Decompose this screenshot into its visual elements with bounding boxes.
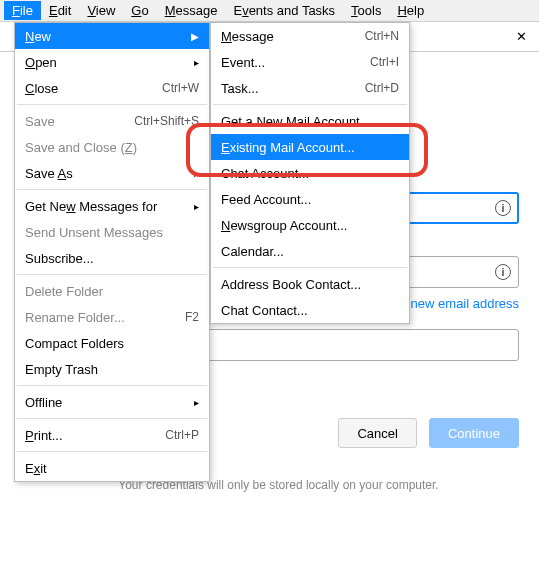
submenu-chat-contact[interactable]: Chat Contact... (211, 297, 409, 323)
chevron-right-icon: ▶ (191, 31, 199, 42)
new-submenu: Message Ctrl+N Event... Ctrl+I Task... C… (210, 22, 410, 324)
file-menu-save: Save Ctrl+Shift+S (15, 108, 209, 134)
submenu-get-new-mail-account[interactable]: Get a New Mail Account... (211, 108, 409, 134)
submenu-message[interactable]: Message Ctrl+N (211, 23, 409, 49)
submenu-calendar[interactable]: Calendar... (211, 238, 409, 264)
file-menu-send-unsent: Send Unsent Messages (15, 219, 209, 245)
submenu-event[interactable]: Event... Ctrl+I (211, 49, 409, 75)
file-menu-save-as[interactable]: Save As ▸ (15, 160, 209, 186)
menubar-file[interactable]: File (4, 1, 41, 20)
file-menu-offline[interactable]: Offline ▸ (15, 389, 209, 415)
chevron-right-icon: ▸ (194, 201, 199, 212)
submenu-existing-mail-account[interactable]: Existing Mail Account... (211, 134, 409, 160)
menubar-help[interactable]: Help (389, 1, 432, 20)
menubar: File Edit View Go Message Events and Tas… (0, 0, 539, 22)
close-icon: ✕ (516, 29, 527, 44)
tab-close-button[interactable]: ✕ (509, 26, 533, 48)
file-menu-new[interactable]: New ▶ (15, 23, 209, 49)
file-menu-rename-folder: Rename Folder... F2 (15, 304, 209, 330)
submenu-newsgroup-account[interactable]: Newsgroup Account... (211, 212, 409, 238)
file-menu-empty-trash[interactable]: Empty Trash (15, 356, 209, 382)
chevron-right-icon: ▸ (194, 168, 199, 179)
menubar-view[interactable]: View (79, 1, 123, 20)
info-icon[interactable]: i (495, 200, 511, 216)
submenu-chat-account[interactable]: Chat Account... (211, 160, 409, 186)
menubar-message[interactable]: Message (157, 1, 226, 20)
file-menu-exit[interactable]: Exit (15, 455, 209, 481)
cancel-button[interactable]: Cancel (338, 418, 416, 448)
file-menu-open[interactable]: Open ▸ (15, 49, 209, 75)
submenu-task[interactable]: Task... Ctrl+D (211, 75, 409, 101)
chevron-right-icon: ▸ (194, 397, 199, 408)
menubar-edit[interactable]: Edit (41, 1, 79, 20)
file-menu-save-close: Save and Close (Z) (15, 134, 209, 160)
chevron-right-icon: ▸ (194, 57, 199, 68)
info-icon[interactable]: i (495, 264, 511, 280)
file-menu-close[interactable]: Close Ctrl+W (15, 75, 209, 101)
submenu-feed-account[interactable]: Feed Account... (211, 186, 409, 212)
file-menu-get-new-messages[interactable]: Get New Messages for ▸ (15, 193, 209, 219)
file-menu-compact[interactable]: Compact Folders (15, 330, 209, 356)
menubar-events-tasks[interactable]: Events and Tasks (225, 1, 343, 20)
submenu-address-book-contact[interactable]: Address Book Contact... (211, 271, 409, 297)
file-menu: New ▶ Open ▸ Close Ctrl+W Save Ctrl+Shif… (14, 22, 210, 482)
continue-button[interactable]: Continue (429, 418, 519, 448)
file-menu-delete-folder: Delete Folder (15, 278, 209, 304)
menubar-tools[interactable]: Tools (343, 1, 389, 20)
menubar-go[interactable]: Go (123, 1, 156, 20)
file-menu-print[interactable]: Print... Ctrl+P (15, 422, 209, 448)
file-menu-subscribe[interactable]: Subscribe... (15, 245, 209, 271)
